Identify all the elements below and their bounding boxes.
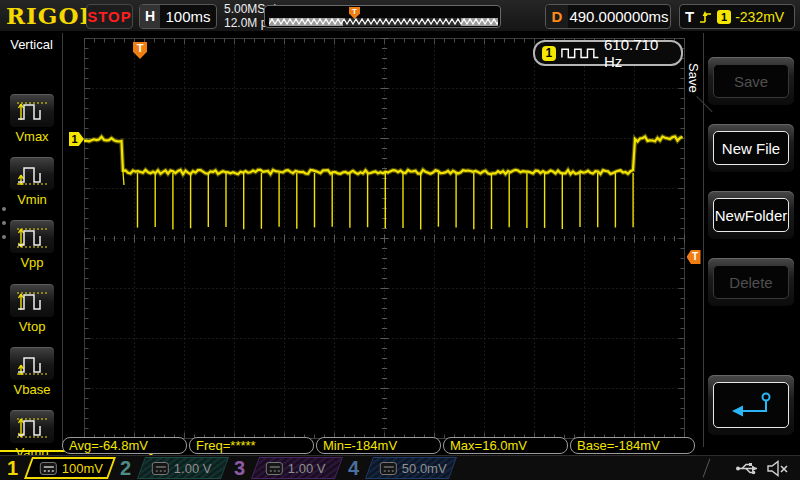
- rigol-logo: RIGOL: [6, 2, 97, 29]
- menu-item-vmax[interactable]: Vmax: [9, 93, 55, 144]
- return-button[interactable]: [708, 375, 794, 435]
- speaker-muted-icon: [766, 460, 790, 477]
- new-file-button[interactable]: New File: [708, 124, 794, 172]
- measure-menu: Vertical VmaxVminVppVtopVbaseVamp: [0, 33, 63, 447]
- channel4-scale-tab[interactable]: 50.0mV: [365, 457, 457, 479]
- channel1-scale: 100mV: [62, 461, 103, 476]
- channel1-trace: [84, 137, 683, 230]
- menu-page-dot: [2, 235, 6, 239]
- channel3-number[interactable]: 3: [234, 456, 245, 480]
- new-folder-button-label: NewFolder: [713, 198, 789, 232]
- measurement-max[interactable]: Max=16.0mV: [443, 437, 568, 454]
- dc-coupling-icon: [380, 462, 397, 475]
- frequency-counter: 1 610.710 Hz: [533, 40, 683, 66]
- memory-waveform-icon: [269, 14, 498, 28]
- delay-value: 490.000000ms: [568, 8, 670, 25]
- menu-item-vtop[interactable]: Vtop: [9, 283, 55, 334]
- measure-menu-title: Vertical: [0, 37, 63, 52]
- oscilloscope-screen: RIGOL STOP H 100ms 5.00MSa/s 12.0M pts T…: [0, 0, 800, 480]
- trigger-source-badge: 1: [717, 10, 731, 24]
- horizontal-label: H: [140, 5, 160, 28]
- measurement-min[interactable]: Min=-184mV: [316, 437, 441, 454]
- dc-coupling-icon: [40, 462, 57, 475]
- save-button-label: Save: [713, 64, 789, 98]
- vbase-icon: [9, 346, 55, 381]
- channel4-number[interactable]: 4: [348, 456, 359, 480]
- channel3-scale-tab[interactable]: 1.00 V: [251, 457, 343, 479]
- new-file-button-label: New File: [713, 131, 789, 165]
- run-stop-status[interactable]: STOP: [86, 4, 133, 29]
- measurement-avg[interactable]: Avg=-64.8mV: [62, 437, 187, 454]
- new-folder-button[interactable]: NewFolder: [708, 191, 794, 239]
- vmax-icon: [9, 93, 55, 128]
- frequency-value: 610.710 Hz: [604, 36, 674, 70]
- vamp-icon: [9, 409, 55, 444]
- save-menu-tab: Save: [686, 56, 701, 100]
- delete-button[interactable]: Delete: [708, 258, 794, 306]
- measurement-base[interactable]: Base=-184mV: [570, 437, 695, 454]
- trigger-label: T: [685, 8, 694, 25]
- delay-label: D: [546, 5, 568, 28]
- channel-status-bar: 1 100mV 2 1.00 V 3 1.00 V 4 50.0mV: [0, 455, 800, 480]
- timebase-value: 100ms: [160, 8, 216, 25]
- menu-item-vpp[interactable]: Vpp: [9, 219, 55, 270]
- channel2-number[interactable]: 2: [120, 456, 131, 480]
- vmin-icon: [9, 156, 55, 191]
- graticule-grid: [85, 39, 685, 439]
- status-bar-divider: [703, 458, 711, 477]
- measurement-freq[interactable]: Freq=*****: [189, 437, 314, 454]
- frequency-counter-channel-badge: 1: [542, 46, 556, 61]
- channel2-scale-tab[interactable]: 1.00 V: [137, 457, 229, 479]
- horizontal-timebase[interactable]: H 100ms: [139, 4, 217, 29]
- delete-button-label: Delete: [713, 265, 789, 299]
- menu-item-vbase[interactable]: Vbase: [9, 346, 55, 397]
- vpp-icon: [9, 219, 55, 254]
- return-arrow-icon: [726, 390, 776, 420]
- dc-coupling-icon: [266, 462, 283, 475]
- channel2-scale: 1.00 V: [174, 461, 212, 476]
- menu-item-label: Vtop: [9, 319, 55, 334]
- graticule-and-trace: [63, 33, 700, 447]
- save-button[interactable]: Save: [708, 57, 794, 105]
- menu-page-dot: [2, 207, 6, 211]
- usb-icon: [735, 461, 761, 476]
- channel4-scale: 50.0mV: [402, 461, 447, 476]
- waveform-display: T 1 T 1 610.710 Hz: [63, 33, 700, 447]
- dc-coupling-icon: [152, 462, 169, 475]
- channel3-scale: 1.00 V: [288, 461, 326, 476]
- menu-item-label: Vmax: [9, 129, 55, 144]
- square-wave-icon: [561, 46, 599, 60]
- trigger-level-value: -232mV: [735, 9, 784, 25]
- menu-item-label: Vmin: [9, 192, 55, 207]
- top-status-bar: RIGOL STOP H 100ms 5.00MSa/s 12.0M pts T…: [0, 0, 800, 33]
- channel1-scale-tab[interactable]: 100mV: [24, 457, 116, 479]
- menu-item-vmin[interactable]: Vmin: [9, 156, 55, 207]
- menu-item-vamp[interactable]: Vamp: [9, 409, 55, 460]
- channel1-number[interactable]: 1: [7, 456, 18, 480]
- delay-readout[interactable]: D 490.000000ms: [545, 4, 671, 29]
- rising-edge-icon: [698, 9, 713, 25]
- menu-item-label: Vpp: [9, 255, 55, 270]
- menu-page-dot: [2, 221, 6, 225]
- menu-item-label: Vbase: [9, 382, 55, 397]
- trigger-readout[interactable]: T 1 -232mV: [679, 4, 795, 29]
- vtop-icon: [9, 283, 55, 318]
- memory-position-bar[interactable]: T: [264, 5, 501, 28]
